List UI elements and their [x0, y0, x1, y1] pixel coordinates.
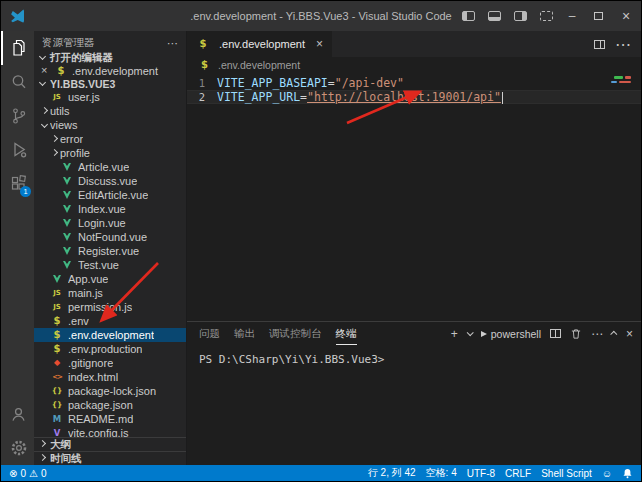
vscode-window: .env.development - Yi.BBS.Vue3 - Visual …	[0, 0, 642, 482]
tree-item-README.md[interactable]: README.md	[34, 412, 186, 426]
activity-run-debug[interactable]	[1, 133, 34, 167]
tree-item-.env[interactable]: .env	[34, 314, 186, 328]
new-terminal-icon[interactable]: +	[451, 327, 458, 341]
customize-layout-icon[interactable]	[533, 1, 559, 31]
toggle-secondary-sidebar-icon[interactable]	[507, 1, 533, 31]
encoding[interactable]: UTF-8	[467, 468, 495, 479]
tree-item-Article.vue[interactable]: Article.vue	[34, 160, 186, 174]
tree-item-Index.vue[interactable]: Index.vue	[34, 202, 186, 216]
code-line-2[interactable]: 2VITE_APP_URL="http://localhost:19001/ap…	[187, 90, 641, 104]
open-editor-item[interactable]: × .env.development	[34, 64, 186, 77]
tab-env-development[interactable]: .env.development ×	[187, 31, 332, 57]
editor-actions: ⋯	[594, 31, 641, 57]
tree-item-NotFound.vue[interactable]: NotFound.vue	[34, 230, 186, 244]
feedback-icon[interactable]: ☺	[602, 468, 612, 479]
split-editor-icon[interactable]	[594, 40, 605, 49]
panel-tab-problems[interactable]: 问题	[199, 323, 220, 345]
code-line-1[interactable]: 1VITE_APP_BASEAPI="/api-dev"	[187, 76, 641, 90]
tree-item-profile[interactable]: profile	[34, 146, 186, 160]
tree-item-Discuss.vue[interactable]: Discuss.vue	[34, 174, 186, 188]
restore-button[interactable]	[585, 1, 611, 31]
tree-item-App.vue[interactable]: App.vue	[34, 272, 186, 286]
gear-icon	[10, 439, 28, 457]
panel-more-actions-icon[interactable]: ⋯	[591, 327, 603, 341]
tree-item-.env.production[interactable]: .env.production	[34, 342, 186, 356]
editor-code: 1VITE_APP_BASEAPI="/api-dev"2VITE_APP_UR…	[187, 76, 641, 104]
eol-sequence[interactable]: CRLF	[505, 468, 531, 479]
maximize-panel-icon[interactable]	[610, 331, 617, 338]
tree-item-label: Login.vue	[78, 217, 126, 229]
tree-item-permission.js[interactable]: permission.js	[34, 300, 186, 314]
activity-source-control[interactable]	[1, 99, 34, 133]
vue-file-icon	[60, 231, 74, 243]
open-editors-section[interactable]: 打开的编辑器	[34, 51, 186, 64]
tree-item-label: README.md	[68, 413, 133, 425]
terminal-shell-selector[interactable]: powershell	[481, 328, 541, 340]
tree-item-EditArticle.vue[interactable]: EditArticle.vue	[34, 188, 186, 202]
close-tab-icon[interactable]: ×	[316, 37, 323, 51]
tree-item-Login.vue[interactable]: Login.vue	[34, 216, 186, 230]
tree-item-Test.vue[interactable]: Test.vue	[34, 258, 186, 272]
env-file-icon	[54, 65, 68, 77]
cursor-position[interactable]: 行 2, 列 42	[368, 466, 416, 480]
tree-item-.env.development[interactable]: .env.development	[34, 328, 186, 342]
chevron-expanded-icon	[39, 79, 46, 86]
vue-file-icon	[50, 273, 64, 285]
tree-item-label: vite.config.js	[68, 427, 129, 437]
tree-item-label: profile	[60, 147, 90, 159]
open-editors-label: 打开的编辑器	[50, 51, 113, 65]
close-editor-icon[interactable]: ×	[41, 65, 54, 76]
panel-tab-output[interactable]: 输出	[234, 323, 255, 345]
activity-account[interactable]	[1, 397, 34, 431]
indentation[interactable]: 空格: 4	[426, 466, 457, 480]
problems-status[interactable]: ⊗ 0 ⚠ 0	[9, 468, 46, 479]
vue-file-icon	[60, 175, 74, 187]
close-window-button[interactable]: ×	[611, 1, 641, 31]
activity-explorer[interactable]	[1, 31, 34, 65]
panel-tab-terminal[interactable]: 终端	[336, 323, 357, 345]
notifications-bell-icon[interactable]	[622, 468, 633, 479]
tree-item-Register.vue[interactable]: Register.vue	[34, 244, 186, 258]
editor-more-actions-icon[interactable]: ⋯	[615, 35, 631, 54]
tree-item-label: .env.production	[68, 343, 142, 355]
warning-count: 0	[41, 468, 47, 479]
toggle-panel-icon[interactable]	[481, 1, 507, 31]
activity-settings[interactable]	[1, 431, 34, 465]
panel-tab-debug-console[interactable]: 调试控制台	[269, 323, 322, 345]
activity-extensions[interactable]: 1	[1, 167, 34, 201]
tree-item-main.js[interactable]: main.js	[34, 286, 186, 300]
tree-item-label: package-lock.json	[68, 385, 156, 397]
terminal-profile-dropdown-icon[interactable]	[466, 329, 473, 336]
tree-item-vite.config.js[interactable]: vite.config.js	[34, 426, 186, 437]
tree-item-package.json[interactable]: package.json	[34, 398, 186, 412]
toggle-primary-sidebar-icon[interactable]	[455, 1, 481, 31]
kill-terminal-icon[interactable]	[570, 328, 582, 340]
timeline-section[interactable]: 时间线	[34, 451, 186, 465]
tree-item-package-lock.json[interactable]: package-lock.json	[34, 384, 186, 398]
split-terminal-icon[interactable]	[550, 329, 561, 338]
tree-item-.gitignore[interactable]: .gitignore	[34, 356, 186, 370]
outline-section[interactable]: 大纲	[34, 437, 186, 451]
vite-file-icon	[50, 427, 64, 437]
file-tree: user.jsutilsviewserrorprofileArticle.vue…	[34, 90, 186, 437]
chevron-collapsed-icon	[41, 106, 48, 113]
terminal[interactable]: PS D:\CSharp\Yi\Yi.BBS.Vue3>	[187, 345, 641, 465]
tree-item-error[interactable]: error	[34, 132, 186, 146]
source-control-icon	[9, 106, 29, 126]
open-editor-label: .env.development	[72, 65, 158, 77]
tree-item-user.js[interactable]: user.js	[34, 90, 186, 104]
language-mode[interactable]: Shell Script	[541, 468, 592, 479]
editor-code-area[interactable]: 1VITE_APP_BASEAPI="/api-dev"2VITE_APP_UR…	[187, 73, 641, 321]
minimize-button[interactable]: –	[559, 1, 585, 31]
explorer-more-actions-icon[interactable]: ⋯	[167, 37, 178, 50]
tree-item-index.html[interactable]: index.html	[34, 370, 186, 384]
title-bar: .env.development - Yi.BBS.Vue3 - Visual …	[1, 1, 641, 31]
close-panel-icon[interactable]: ×	[626, 327, 633, 341]
tree-item-views[interactable]: views	[34, 118, 186, 132]
tree-item-label: Register.vue	[78, 245, 139, 257]
vue-file-icon	[60, 203, 74, 215]
breadcrumb[interactable]: .env.development	[187, 57, 641, 73]
project-section-header[interactable]: YI.BBS.VUE3	[34, 77, 186, 90]
tree-item-utils[interactable]: utils	[34, 104, 186, 118]
activity-search[interactable]	[1, 65, 34, 99]
